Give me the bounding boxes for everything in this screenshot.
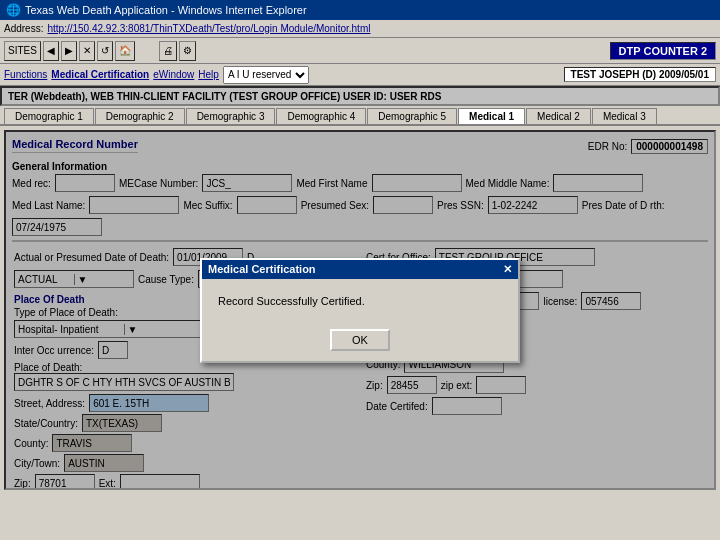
nav-functions[interactable]: Functions [4,69,47,80]
toolbar-btn-stop[interactable]: ✕ [79,41,95,61]
ok-button[interactable]: OK [330,329,390,351]
tab-demographic5[interactable]: Demographic 5 [367,108,457,124]
toolbar-btn-print[interactable]: 🖨 [159,41,177,61]
title-bar: 🌐 Texas Web Death Application - Windows … [0,0,720,20]
tab-demographic1[interactable]: Demographic 1 [4,108,94,124]
toolbar-btn-refresh[interactable]: ↺ [97,41,113,61]
facility-text: TER (Webdeath), WEB THIN-CLIENT FACILITY… [8,91,441,102]
tab-demographic4[interactable]: Demographic 4 [276,108,366,124]
modal-title: Medical Certification [208,263,316,275]
nav-medical-cert[interactable]: Medical Certification [51,69,149,80]
modal-title-bar: Medical Certification ✕ [202,260,518,279]
toolbar-btn-home[interactable]: 🏠 [115,41,135,61]
main-content: Medical Record Number EDR No: 0000000014… [4,130,716,490]
nav-help[interactable]: Help [198,69,219,80]
tab-medical1[interactable]: Medical 1 [458,108,525,124]
window-title: Texas Web Death Application - Windows In… [25,4,307,16]
toolbar-buttons: SITES ◀ ▶ ✕ ↺ 🏠 🖨 ⚙ [4,41,196,61]
dtp-counter: DTP COUNTER 2 [610,42,716,60]
address-label: Address: [4,23,43,34]
url-text: http://150.42.92.3:8081/ThinTXDeath/Test… [47,23,370,34]
modal-footer: OK [202,323,518,361]
modal-body: Record Successfully Certified. [202,279,518,323]
nav-items: Functions Medical Certification eWindow … [4,66,309,84]
toolbar-btn-1[interactable]: SITES [4,41,41,61]
modal-dialog: Medical Certification ✕ Record Successfu… [200,258,520,363]
address-bar: Address: http://150.42.92.3:8081/ThinTXD… [0,20,720,38]
nav-ewindow[interactable]: eWindow [153,69,194,80]
top-toolbar: SITES ◀ ▶ ✕ ↺ 🏠 🖨 ⚙ DTP COUNTER 2 [0,38,720,64]
ie-icon: 🌐 [6,3,21,17]
tab-demographic3[interactable]: Demographic 3 [186,108,276,124]
user-info: TEST JOSEPH (D) 2009/05/01 [564,67,716,82]
aiu-dropdown[interactable]: A I U reserved [223,66,309,84]
modal-overlay: Medical Certification ✕ Record Successfu… [6,132,714,488]
tab-medical3[interactable]: Medical 3 [592,108,657,124]
toolbar-btn-forward[interactable]: ▶ [61,41,77,61]
nav-bar: Functions Medical Certification eWindow … [0,64,720,86]
facility-bar: TER (Webdeath), WEB THIN-CLIENT FACILITY… [0,86,720,106]
toolbar-btn-tools[interactable]: ⚙ [179,41,196,61]
tab-demographic2[interactable]: Demographic 2 [95,108,185,124]
modal-close-icon[interactable]: ✕ [503,263,512,276]
tab-bar: Demographic 1 Demographic 2 Demographic … [0,106,720,126]
modal-message: Record Successfully Certified. [218,295,365,307]
toolbar-btn-back[interactable]: ◀ [43,41,59,61]
tab-medical2[interactable]: Medical 2 [526,108,591,124]
